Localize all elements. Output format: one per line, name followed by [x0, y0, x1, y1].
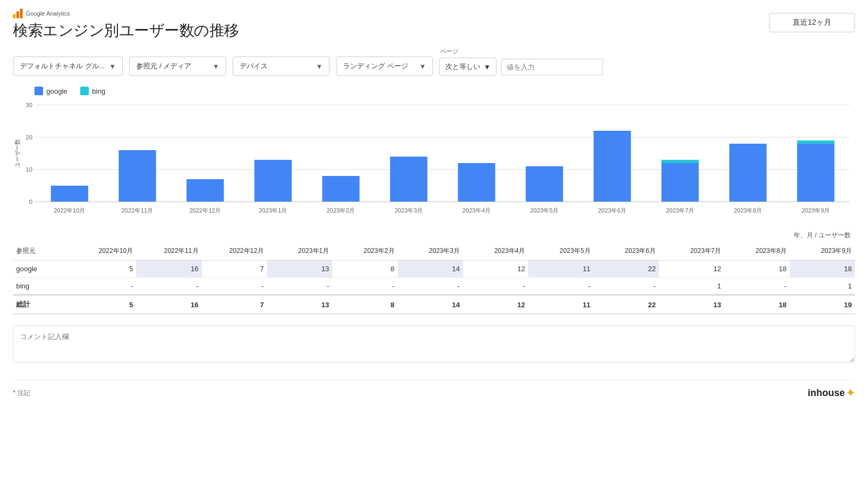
legend-bing: bing	[80, 87, 106, 95]
comment-textarea[interactable]	[13, 325, 855, 363]
page-filter-inline: 次と等しい ▼	[439, 58, 603, 76]
total-cell: 11	[528, 295, 593, 314]
inhouse-plus-icon: ✦	[846, 386, 855, 399]
table-cell-value: 7	[202, 260, 267, 278]
total-cell: 8	[332, 295, 397, 314]
table-year-month-label: 年、月 / ユーザー数	[13, 231, 855, 240]
svg-rect-12	[51, 186, 88, 202]
table-col-header: 2022年12月	[202, 242, 267, 260]
table-cell-value: 11	[528, 260, 593, 278]
total-cell: 14	[398, 295, 463, 314]
svg-rect-1	[17, 11, 19, 18]
svg-text:2023年9月: 2023年9月	[802, 207, 830, 214]
table-col-header: 2023年4月	[463, 242, 528, 260]
footer-divider	[13, 379, 855, 380]
total-row: 総計516713814121122131819	[13, 295, 855, 314]
svg-rect-35	[797, 144, 834, 202]
legend-bing-color	[80, 87, 89, 95]
svg-rect-2	[20, 9, 23, 18]
svg-rect-30	[661, 163, 698, 202]
table-cell-value: -	[332, 278, 397, 295]
page-filter-group: ページ 次と等しい ▼	[439, 47, 603, 76]
value-input[interactable]	[501, 59, 603, 75]
legend-google-color	[34, 87, 43, 95]
footer-note: * 注記	[13, 389, 30, 398]
svg-rect-22	[390, 157, 427, 202]
table-col-header: 2023年6月	[594, 242, 659, 260]
condition-chevron-icon: ▼	[484, 63, 491, 71]
svg-rect-33	[729, 144, 766, 202]
referral-chevron-icon: ▼	[212, 62, 219, 70]
referral-filter[interactable]: 参照元 / メディア ▼	[129, 57, 226, 76]
total-cell: 18	[724, 295, 789, 314]
svg-rect-26	[526, 166, 563, 202]
table-cell-value: -	[594, 278, 659, 295]
table-cell-value: -	[71, 278, 136, 295]
table-col-header: 2022年11月	[136, 242, 201, 260]
chart-legend: google bing	[34, 87, 855, 95]
page-title: 検索エンジン別ユーザー数の推移	[13, 20, 239, 41]
landing-page-filter[interactable]: ランディング ページ ▼	[336, 57, 433, 76]
chart-container: 0102030ユーザー数2022年10月2022年11月2022年12月2023…	[13, 100, 855, 229]
table-cell-value: -	[136, 278, 201, 295]
table-cell-value: 18	[724, 260, 789, 278]
svg-text:2022年11月: 2022年11月	[122, 207, 153, 214]
svg-text:2023年7月: 2023年7月	[666, 207, 695, 214]
chart-svg: 0102030ユーザー数2022年10月2022年11月2022年12月2023…	[13, 100, 855, 229]
svg-text:0: 0	[29, 199, 32, 205]
svg-text:2023年4月: 2023年4月	[463, 207, 491, 214]
table-cell-value: 22	[594, 260, 659, 278]
table-cell-value: -	[463, 278, 528, 295]
channel-filter[interactable]: デフォルトチャネル グル... ▼	[13, 57, 123, 76]
total-cell: 16	[136, 295, 201, 314]
inhouse-brand-text: inhouse	[808, 387, 845, 399]
svg-rect-16	[186, 179, 223, 202]
table-cell-value: 16	[136, 260, 201, 278]
table-cell-value: -	[398, 278, 463, 295]
table-cell-value: 1	[790, 278, 855, 295]
date-range-button[interactable]: 直近12ヶ月	[769, 13, 855, 32]
legend-google-label: google	[46, 87, 67, 95]
svg-rect-31	[661, 160, 698, 163]
svg-text:2022年10月: 2022年10月	[54, 207, 86, 214]
svg-text:2023年5月: 2023年5月	[530, 207, 559, 214]
total-cell: 13	[659, 295, 724, 314]
ga-logo-icon	[13, 9, 23, 18]
channel-chevron-icon: ▼	[109, 62, 116, 70]
footer-row: * 注記 inhouse ✦	[13, 386, 855, 399]
table-col-header: 2023年1月	[267, 242, 332, 260]
svg-rect-14	[118, 150, 156, 202]
svg-text:2023年2月: 2023年2月	[327, 207, 355, 214]
svg-text:20: 20	[26, 134, 32, 140]
filters-row: デフォルトチャネル グル... ▼ 参照元 / メディア ▼ デバイス ▼ ラン…	[13, 47, 855, 76]
table-col-header: 2023年3月	[398, 242, 463, 260]
table-cell-value: 5	[71, 260, 136, 278]
table-col-header: 2023年2月	[332, 242, 397, 260]
table-cell-value: 14	[398, 260, 463, 278]
legend-google: google	[34, 87, 67, 95]
total-cell: 19	[790, 295, 855, 314]
svg-text:2023年3月: 2023年3月	[395, 207, 423, 214]
total-cell: 12	[463, 295, 528, 314]
svg-rect-18	[254, 160, 291, 202]
svg-rect-36	[797, 140, 834, 144]
table-cell-value: 1	[659, 278, 724, 295]
table-cell-value: 13	[267, 260, 332, 278]
table-cell-value: -	[267, 278, 332, 295]
data-table: 参照元 2022年10月2022年11月2022年12月2023年1月2023年…	[13, 242, 855, 314]
svg-rect-20	[322, 176, 359, 202]
condition-filter[interactable]: 次と等しい ▼	[439, 58, 496, 76]
table-cell-value: -	[724, 278, 789, 295]
svg-rect-28	[593, 131, 631, 202]
device-filter[interactable]: デバイス ▼	[233, 57, 330, 76]
brand-section: Google Analytics 検索エンジン別ユーザー数の推移	[13, 9, 239, 41]
table-cell-source: google	[13, 260, 71, 278]
table-col-source: 参照元	[13, 242, 71, 260]
chart-section: google bing 0102030ユーザー数2022年10月2022年11月…	[13, 87, 855, 229]
table-cell-value: 8	[332, 260, 397, 278]
table-cell-value: 12	[659, 260, 724, 278]
landing-page-chevron-icon: ▼	[419, 62, 426, 70]
total-label: 総計	[13, 295, 71, 314]
total-cell: 13	[267, 295, 332, 314]
table-col-header: 2022年10月	[71, 242, 136, 260]
